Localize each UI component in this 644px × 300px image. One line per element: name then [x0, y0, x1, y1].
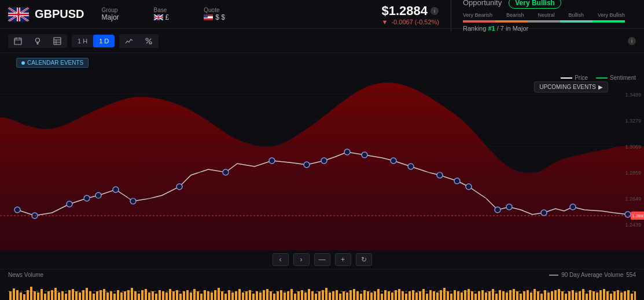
opportunity-label: Opportunity	[463, 0, 502, 7]
price-legend-label: Price	[575, 75, 588, 81]
svg-point-49	[408, 164, 414, 169]
svg-rect-80	[30, 287, 32, 300]
calendar-view-btn[interactable]	[8, 34, 28, 48]
svg-rect-229	[547, 292, 550, 300]
svg-point-50	[437, 172, 443, 178]
news-section: News Volume 90 Day Average Volume 554	[0, 269, 644, 300]
chart-area: 1.3489 1.3279 1.3069 1.2859 1.2649 1.243…	[0, 71, 644, 250]
svg-rect-225	[533, 289, 536, 300]
price-info-icon[interactable]: i	[430, 7, 439, 15]
svg-rect-82	[37, 292, 39, 300]
svg-rect-18	[204, 14, 208, 18]
svg-rect-226	[537, 291, 539, 300]
svg-point-31	[146, 38, 148, 40]
svg-rect-167	[332, 291, 334, 300]
svg-rect-137	[228, 290, 230, 300]
news-avg-text: 90 Day Average Volume	[561, 272, 623, 278]
svg-rect-85	[47, 291, 50, 300]
svg-rect-194	[426, 294, 428, 300]
svg-rect-224	[530, 292, 532, 300]
svg-rect-111	[138, 294, 140, 300]
svg-rect-174	[356, 291, 359, 300]
svg-rect-233	[561, 291, 564, 300]
svg-rect-187	[402, 291, 404, 300]
svg-rect-245	[603, 289, 605, 300]
svg-rect-127	[193, 289, 196, 300]
svg-rect-118	[162, 291, 164, 300]
time-1h-btn[interactable]: 1 H	[72, 35, 93, 47]
svg-rect-81	[34, 291, 36, 300]
svg-rect-121	[172, 291, 175, 300]
svg-rect-116	[155, 294, 157, 300]
svg-point-38	[95, 192, 101, 198]
svg-rect-238	[579, 291, 581, 300]
svg-rect-216	[502, 291, 505, 300]
svg-rect-142	[245, 291, 248, 300]
label-bullish: Bullish	[568, 12, 584, 18]
svg-rect-197	[436, 292, 439, 300]
table-view-btn[interactable]	[47, 34, 67, 48]
svg-rect-215	[499, 290, 501, 300]
upcoming-events-btn[interactable]: UPCOMING EVENTS ▶	[534, 82, 608, 92]
svg-rect-164	[322, 290, 324, 300]
cal-dot	[21, 61, 25, 65]
price-main: $1.2884	[382, 3, 428, 18]
svg-rect-125	[186, 290, 189, 300]
nav-zoom-in-btn[interactable]: +	[335, 253, 351, 266]
svg-rect-122	[176, 290, 178, 300]
quote-value: $ $	[204, 13, 225, 21]
nav-prev-btn[interactable]: ‹	[273, 253, 289, 266]
calendar-events-badge[interactable]: CALENDAR EVENTS	[16, 58, 89, 68]
percent-btn[interactable]	[139, 34, 159, 48]
svg-rect-103	[110, 291, 112, 300]
sentiment-bar	[463, 20, 625, 23]
svg-point-34	[14, 207, 20, 213]
svg-rect-253	[631, 294, 633, 300]
calendar-events-label: CALENDAR EVENTS	[27, 60, 83, 66]
svg-rect-89	[61, 291, 64, 300]
svg-rect-230	[551, 291, 553, 300]
group-field: Group Major	[102, 7, 119, 21]
nav-next-btn[interactable]: ›	[293, 253, 310, 266]
svg-rect-86	[51, 290, 53, 300]
time-1d-btn[interactable]: 1 D	[93, 35, 115, 47]
svg-rect-97	[89, 291, 91, 300]
svg-point-56	[570, 204, 576, 210]
svg-rect-195	[429, 290, 432, 300]
svg-point-36	[67, 201, 72, 207]
svg-rect-242	[593, 291, 595, 300]
svg-rect-92	[72, 289, 74, 300]
svg-rect-99	[96, 291, 98, 300]
svg-rect-189	[409, 291, 411, 300]
svg-text:1.2439: 1.2439	[625, 222, 641, 228]
svg-rect-165	[325, 288, 327, 300]
chart-type-btn[interactable]	[119, 34, 139, 48]
svg-rect-124	[183, 291, 185, 300]
svg-rect-210	[481, 290, 484, 300]
svg-rect-249	[617, 290, 619, 300]
svg-rect-160	[308, 289, 310, 300]
svg-rect-200	[447, 291, 449, 300]
svg-rect-223	[527, 290, 529, 300]
svg-rect-213	[492, 289, 494, 300]
svg-rect-130	[204, 290, 206, 300]
svg-rect-156	[294, 294, 296, 300]
svg-rect-232	[558, 289, 560, 300]
seg-neutral	[528, 20, 560, 23]
svg-point-39	[113, 187, 119, 192]
svg-point-23	[36, 38, 40, 42]
svg-rect-131	[207, 291, 209, 300]
svg-rect-140	[238, 289, 241, 300]
nav-zoom-out-btn[interactable]: —	[314, 253, 330, 266]
svg-rect-171	[346, 292, 348, 300]
bulb-view-btn[interactable]	[28, 34, 47, 48]
svg-rect-133	[214, 290, 216, 300]
svg-rect-128	[197, 291, 199, 300]
svg-rect-251	[624, 291, 626, 300]
toolbar-info-icon[interactable]: i	[628, 37, 636, 45]
svg-rect-161	[311, 291, 314, 300]
svg-rect-108	[127, 290, 130, 300]
svg-rect-83	[41, 289, 43, 300]
nav-refresh-btn[interactable]: ↻	[356, 253, 372, 266]
seg-bearish	[495, 20, 528, 23]
